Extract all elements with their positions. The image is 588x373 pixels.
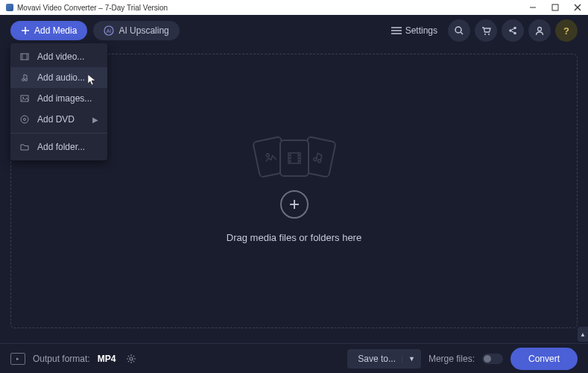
cart-button[interactable] — [475, 19, 497, 42]
search-icon — [454, 25, 464, 36]
help-icon: ? — [563, 25, 569, 37]
svg-rect-28 — [298, 154, 300, 156]
scroll-up-button[interactable]: ▲ — [578, 327, 588, 342]
close-button[interactable] — [573, 3, 582, 12]
bottom-bar-right: Save to... ▼ Merge files: Convert — [347, 348, 578, 370]
media-icons-group — [250, 140, 339, 177]
settings-label: Settings — [405, 25, 437, 36]
output-settings-button[interactable] — [126, 354, 136, 364]
share-button[interactable] — [502, 19, 524, 42]
drop-zone-text: Drag media files or folders here — [227, 232, 361, 243]
picture-icon — [19, 94, 30, 103]
account-button[interactable] — [528, 19, 551, 42]
toolbar-right: Settings ? — [385, 19, 578, 42]
menu-item-add-images[interactable]: Add images... — [10, 88, 107, 109]
settings-button[interactable]: Settings — [385, 22, 443, 40]
user-icon — [534, 25, 545, 36]
svg-point-11 — [455, 27, 461, 33]
svg-rect-25 — [289, 154, 291, 156]
minimize-button[interactable] — [528, 3, 537, 12]
menu-item-label: Add video... — [37, 51, 84, 62]
disc-icon — [19, 115, 30, 124]
svg-rect-26 — [289, 157, 291, 159]
ai-upscaling-button[interactable]: AI AI Upscaling — [93, 21, 179, 40]
video-icon — [279, 140, 309, 177]
chevron-up-icon: ▲ — [580, 331, 586, 338]
menu-item-add-video[interactable]: Add video... — [10, 46, 107, 67]
plus-icon — [21, 26, 30, 35]
cart-icon — [481, 25, 491, 36]
chevron-down-icon: ▼ — [402, 355, 415, 363]
add-media-button[interactable]: Add Media — [10, 21, 87, 40]
maximize-button[interactable] — [551, 3, 560, 12]
output-format-label: Output format: — [33, 354, 90, 364]
svg-point-14 — [488, 34, 490, 35]
merge-files-toggle[interactable] — [482, 354, 503, 364]
svg-point-31 — [313, 157, 317, 161]
menu-separator — [10, 133, 107, 134]
svg-point-21 — [265, 153, 269, 157]
svg-point-44 — [130, 357, 133, 360]
svg-rect-35 — [21, 54, 28, 60]
svg-point-41 — [22, 97, 24, 98]
svg-point-17 — [513, 32, 516, 35]
folder-icon — [19, 142, 30, 151]
window-controls — [528, 3, 582, 12]
filmstrip-icon — [19, 52, 30, 61]
svg-text:AI: AI — [107, 28, 112, 34]
hamburger-icon — [391, 26, 402, 35]
plus-icon — [288, 198, 301, 211]
svg-rect-27 — [289, 160, 291, 162]
output-format-icon: ▸ — [10, 353, 25, 365]
svg-point-20 — [538, 28, 542, 31]
window-title: Movavi Video Converter – 7-Day Trial Ver… — [17, 4, 528, 12]
menu-item-add-audio[interactable]: Add audio... — [10, 67, 107, 88]
toolbar: Add Media AI AI Upscaling Settings ? — [0, 15, 588, 46]
gear-icon — [126, 354, 136, 364]
music-note-icon — [19, 73, 30, 82]
add-media-label: Add Media — [34, 25, 77, 36]
menu-item-add-dvd[interactable]: Add DVD ▶ — [10, 109, 107, 130]
titlebar: Movavi Video Converter – 7-Day Trial Ver… — [0, 0, 588, 15]
menu-item-label: Add DVD — [37, 114, 75, 125]
app-icon — [6, 4, 13, 11]
svg-point-16 — [513, 27, 516, 30]
convert-button[interactable]: Convert — [510, 348, 578, 370]
convert-label: Convert — [528, 354, 560, 364]
svg-rect-30 — [298, 160, 300, 162]
svg-rect-1 — [552, 4, 558, 10]
svg-point-13 — [484, 34, 486, 35]
svg-point-43 — [24, 119, 26, 121]
ai-upscaling-label: AI Upscaling — [118, 25, 168, 36]
svg-point-32 — [317, 159, 321, 163]
menu-item-label: Add audio... — [37, 72, 85, 83]
help-button[interactable]: ? — [555, 19, 578, 42]
chevron-right-icon: ▶ — [92, 116, 98, 124]
menu-item-label: Add images... — [37, 93, 92, 104]
svg-point-38 — [22, 79, 25, 81]
search-button[interactable] — [448, 19, 470, 42]
save-to-button[interactable]: Save to... ▼ — [347, 349, 421, 369]
save-to-label: Save to... — [358, 354, 396, 364]
svg-line-12 — [461, 32, 463, 34]
ai-icon: AI — [104, 25, 114, 36]
menu-item-label: Add folder... — [37, 142, 85, 152]
svg-line-18 — [512, 29, 514, 31]
menu-item-add-folder[interactable]: Add folder... — [10, 137, 107, 157]
share-icon — [508, 25, 518, 36]
svg-point-39 — [25, 79, 28, 81]
svg-point-15 — [509, 29, 512, 32]
svg-rect-29 — [298, 157, 300, 159]
add-media-dropdown: Add video... Add audio... Add images... … — [10, 43, 107, 160]
add-files-button[interactable] — [280, 190, 309, 219]
merge-files-label: Merge files: — [429, 354, 475, 364]
bottom-bar: ▸ Output format: MP4 Save to... ▼ Merge … — [0, 343, 588, 373]
svg-line-19 — [512, 31, 514, 33]
output-format-value[interactable]: MP4 — [98, 354, 116, 364]
svg-point-42 — [21, 116, 28, 123]
